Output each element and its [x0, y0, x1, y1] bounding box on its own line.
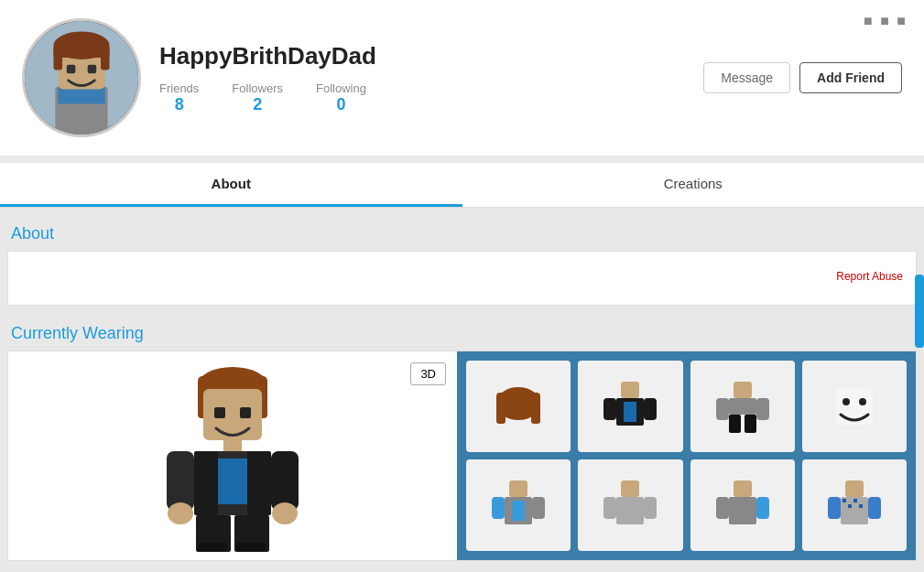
- wearing-container: 3D: [7, 351, 917, 561]
- svg-rect-9: [88, 65, 97, 74]
- svg-rect-7: [53, 46, 109, 58]
- svg-rect-15: [214, 407, 225, 418]
- message-button[interactable]: Message: [703, 62, 790, 93]
- svg-rect-36: [621, 382, 639, 398]
- tab-creations[interactable]: Creations: [462, 163, 925, 207]
- svg-rect-76: [859, 504, 863, 508]
- btn-3d[interactable]: 3D: [410, 362, 446, 385]
- svg-rect-59: [621, 480, 639, 497]
- add-friend-button[interactable]: Add Friend: [799, 62, 902, 93]
- svg-rect-44: [716, 398, 729, 420]
- svg-rect-64: [734, 480, 752, 497]
- svg-rect-28: [198, 543, 227, 552]
- svg-rect-45: [756, 398, 769, 420]
- svg-rect-53: [509, 480, 527, 497]
- following-value: 0: [336, 95, 345, 114]
- svg-rect-34: [496, 393, 540, 407]
- item-cell-acc1[interactable]: [466, 459, 571, 551]
- svg-point-25: [272, 502, 298, 524]
- avatar-figure: [141, 360, 324, 552]
- svg-rect-43: [729, 398, 756, 415]
- svg-rect-20: [194, 451, 218, 515]
- svg-rect-73: [842, 499, 846, 502]
- about-box: Report Abuse: [7, 251, 917, 306]
- stat-followers[interactable]: Followers 2: [232, 81, 283, 114]
- scrollbar[interactable]: [915, 275, 924, 348]
- profile-actions: Message Add Friend: [703, 62, 902, 93]
- item-cell-hair[interactable]: [466, 361, 571, 452]
- username: HappyBrithDayDad: [159, 42, 685, 70]
- svg-rect-57: [532, 497, 545, 519]
- svg-point-50: [842, 398, 850, 405]
- section-container: About Report Abuse Currently Wearing 3D: [0, 217, 924, 561]
- profile-card: ■ ■ ■ HappyBrithDayDad F: [0, 0, 924, 156]
- item-cell-acc2[interactable]: [578, 459, 682, 551]
- svg-rect-72: [868, 497, 881, 519]
- item-cell-acc4[interactable]: [802, 459, 907, 551]
- svg-rect-56: [492, 497, 505, 519]
- avatar: [22, 18, 141, 137]
- svg-rect-38: [624, 402, 636, 422]
- svg-point-51: [859, 398, 866, 405]
- dots-menu[interactable]: ■ ■ ■: [864, 13, 908, 29]
- item-cell-face[interactable]: [802, 361, 907, 452]
- svg-rect-55: [512, 501, 525, 521]
- svg-rect-71: [828, 497, 841, 519]
- svg-rect-42: [734, 382, 752, 398]
- items-grid-panel: [457, 351, 916, 560]
- svg-rect-24: [271, 451, 299, 511]
- about-heading: About: [7, 217, 917, 251]
- svg-rect-22: [167, 451, 194, 511]
- svg-rect-39: [603, 398, 616, 420]
- stat-following[interactable]: Following 0: [316, 81, 366, 114]
- svg-rect-60: [616, 497, 644, 524]
- avatar-3d-panel: 3D: [8, 351, 457, 560]
- stats-row: Friends 8 Followers 2 Following 0: [159, 81, 685, 114]
- profile-info: HappyBrithDayDad Friends 8 Followers 2 F…: [159, 42, 685, 114]
- wearing-heading: Currently Wearing: [7, 317, 917, 351]
- svg-rect-69: [845, 480, 864, 497]
- tabs-bar: About Creations: [0, 163, 924, 208]
- item-cell-acc3[interactable]: [690, 459, 795, 551]
- svg-rect-62: [644, 497, 657, 519]
- svg-rect-47: [745, 415, 756, 433]
- item-cell-shirt[interactable]: [578, 361, 682, 452]
- svg-rect-16: [240, 407, 251, 418]
- stat-friends[interactable]: Friends 8: [159, 81, 199, 114]
- friends-value: 8: [175, 95, 184, 114]
- svg-rect-75: [853, 499, 857, 502]
- svg-point-23: [168, 502, 193, 524]
- followers-label: Followers: [232, 81, 283, 95]
- svg-rect-29: [236, 543, 266, 552]
- friends-label: Friends: [159, 81, 199, 95]
- svg-rect-65: [729, 497, 756, 524]
- item-cell-pants[interactable]: [690, 361, 795, 452]
- following-label: Following: [316, 81, 366, 95]
- svg-rect-17: [223, 440, 242, 451]
- tab-about[interactable]: About: [0, 163, 462, 207]
- report-abuse-link[interactable]: Report Abuse: [21, 270, 903, 283]
- svg-rect-61: [603, 497, 616, 519]
- svg-rect-19: [212, 459, 253, 504]
- svg-rect-21: [247, 451, 271, 515]
- svg-rect-74: [848, 504, 852, 508]
- svg-rect-46: [729, 415, 741, 433]
- followers-value: 2: [253, 95, 262, 114]
- svg-rect-40: [644, 398, 657, 420]
- svg-rect-8: [67, 65, 76, 74]
- svg-rect-67: [756, 497, 769, 519]
- svg-rect-14: [203, 389, 262, 440]
- svg-rect-66: [716, 497, 729, 519]
